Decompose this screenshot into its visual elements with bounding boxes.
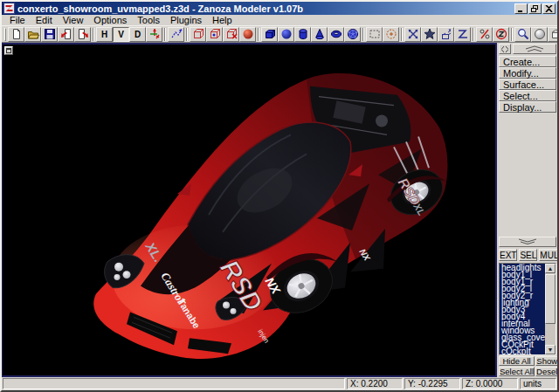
bend-tool-icon bbox=[457, 28, 469, 40]
list-scrollbar[interactable]: ▲ ▼ bbox=[545, 264, 556, 354]
create-cone-button[interactable] bbox=[311, 27, 328, 42]
hide-all-button[interactable]: Hide All bbox=[499, 356, 535, 366]
menu-file[interactable]: File bbox=[4, 15, 31, 26]
attach-polyline-button[interactable] bbox=[168, 27, 184, 42]
scale-cross-icon bbox=[407, 28, 419, 40]
toolbar-separator bbox=[164, 28, 166, 41]
toolbar: H V D bbox=[2, 26, 557, 43]
toolbar-separator bbox=[93, 28, 94, 41]
render-sphere-button[interactable] bbox=[531, 27, 548, 42]
toolbar-separator bbox=[401, 28, 403, 41]
viewport-3d[interactable]: XL. Castrol Tanabe RSD NX injen RSD XL N… bbox=[2, 43, 497, 377]
open-folder-button[interactable] bbox=[24, 27, 41, 42]
panel-cycle-button[interactable] bbox=[499, 44, 511, 54]
toolbar-separator bbox=[186, 28, 188, 41]
app-window: conxerto_showroom_uvmapped3.z3d - Zanoza… bbox=[0, 0, 559, 392]
export-button[interactable] bbox=[74, 27, 91, 42]
panel-surface-button[interactable]: Surface... bbox=[499, 79, 556, 90]
star-tool-icon bbox=[424, 28, 436, 40]
create-cylinder-button[interactable] bbox=[294, 27, 311, 42]
save-button[interactable] bbox=[41, 27, 58, 42]
scale-cross-button[interactable] bbox=[404, 27, 421, 42]
panel-select-button[interactable]: Select... bbox=[499, 90, 556, 101]
viewport-maximize-button[interactable] bbox=[4, 46, 13, 55]
extrude-tool-icon bbox=[440, 28, 452, 40]
open-folder-icon bbox=[27, 28, 39, 40]
minimize-button[interactable] bbox=[514, 3, 528, 14]
menu-view[interactable]: View bbox=[58, 15, 89, 26]
import-button[interactable] bbox=[58, 27, 74, 42]
wire-cube-axes-button[interactable] bbox=[190, 27, 206, 42]
bend-tool-button[interactable] bbox=[454, 27, 471, 42]
scroll-up-button[interactable]: ▲ bbox=[545, 264, 556, 273]
object-item[interactable]: cOckpIt bbox=[501, 348, 545, 354]
select-circle-icon bbox=[385, 28, 397, 40]
scroll-down-button[interactable]: ▼ bbox=[545, 345, 556, 354]
scroll-thumb[interactable] bbox=[545, 274, 556, 324]
panel-create-button[interactable]: Create... bbox=[499, 56, 556, 67]
scroll-track[interactable] bbox=[545, 273, 556, 345]
layout-horizontal-button[interactable]: H bbox=[96, 27, 113, 42]
main-area: XL. Castrol Tanabe RSD NX injen RSD XL N… bbox=[2, 43, 557, 377]
panel-modify-button[interactable]: Modify... bbox=[499, 67, 556, 79]
titlebar[interactable]: conxerto_showroom_uvmapped3.z3d - Zanoza… bbox=[2, 2, 557, 15]
show-all-button[interactable]: Show All bbox=[535, 356, 559, 366]
create-box-button[interactable] bbox=[261, 27, 278, 42]
render-box-button[interactable] bbox=[548, 27, 559, 42]
layout-3d-button[interactable]: D bbox=[129, 27, 146, 42]
statusbar: X: 0.2200 Y: -0.2295 Z: 0.0000 units bbox=[2, 377, 557, 390]
deselect-button[interactable]: Deselect bbox=[535, 367, 559, 376]
render-sphere-icon bbox=[534, 28, 546, 40]
z-mask-button[interactable] bbox=[493, 27, 509, 42]
select-rectangle-icon bbox=[369, 28, 381, 40]
extrude-tool-button[interactable] bbox=[438, 27, 454, 42]
mul-mode-button[interactable]: MUL bbox=[539, 249, 559, 261]
new-file-button[interactable] bbox=[8, 27, 24, 42]
menu-help[interactable]: Help bbox=[207, 15, 238, 26]
import-icon bbox=[60, 28, 72, 40]
window-title: conxerto_showroom_uvmapped3.z3d - Zanoza… bbox=[17, 3, 514, 14]
red-sphere-button[interactable] bbox=[239, 27, 256, 42]
vertex-snap-button[interactable] bbox=[146, 27, 162, 42]
select-all-button[interactable]: Select All bbox=[499, 367, 535, 376]
toolbar-separator bbox=[258, 28, 259, 41]
export-icon bbox=[77, 28, 89, 40]
wire-cube-pivot-button[interactable] bbox=[206, 27, 223, 42]
wire-cube-delete-icon bbox=[225, 28, 238, 40]
create-torus-button[interactable] bbox=[328, 27, 344, 42]
menu-plugins[interactable]: Plugins bbox=[165, 15, 207, 26]
menu-tools[interactable]: Tools bbox=[132, 15, 165, 26]
attach-polyline-icon bbox=[170, 28, 183, 40]
app-icon[interactable] bbox=[3, 3, 15, 14]
create-sphere-icon bbox=[280, 28, 293, 40]
vertex-snap-icon bbox=[148, 28, 161, 40]
menu-options[interactable]: Options bbox=[88, 15, 132, 26]
status-y-coordinate: Y: -0.2295 bbox=[404, 378, 460, 389]
percent-tool-button[interactable] bbox=[476, 27, 493, 42]
create-box-icon bbox=[264, 28, 276, 40]
render-box-icon bbox=[550, 28, 559, 40]
create-geosphere-button[interactable] bbox=[344, 27, 361, 42]
chevron-up-icon bbox=[525, 45, 544, 52]
create-torus-icon bbox=[330, 28, 342, 40]
star-tool-button[interactable] bbox=[421, 27, 438, 42]
panel-expand-button[interactable] bbox=[513, 44, 556, 54]
panel-collapse-button[interactable] bbox=[499, 237, 556, 247]
wire-cube-pivot-icon bbox=[209, 28, 221, 40]
status-z-coordinate: Z: 0.0000 bbox=[462, 378, 518, 389]
menu-edit[interactable]: Edit bbox=[31, 15, 58, 26]
toolbar-grip[interactable] bbox=[4, 28, 6, 41]
select-circle-button[interactable] bbox=[383, 27, 399, 42]
zoom-button[interactable] bbox=[514, 27, 531, 42]
close-button[interactable] bbox=[542, 3, 556, 14]
ext-mode-button[interactable]: EXT bbox=[499, 249, 517, 261]
sel-mode-button[interactable]: SEL bbox=[519, 249, 537, 261]
panel-display-button[interactable]: Display... bbox=[499, 101, 556, 113]
create-sphere-button[interactable] bbox=[278, 27, 294, 42]
wire-cube-delete-button[interactable] bbox=[223, 27, 239, 42]
layout-vertical-button[interactable]: V bbox=[113, 27, 129, 42]
percent-tool-icon bbox=[479, 28, 491, 40]
restore-button[interactable] bbox=[528, 3, 542, 14]
select-rectangle-button[interactable] bbox=[366, 27, 383, 42]
save-floppy-icon bbox=[44, 28, 56, 40]
